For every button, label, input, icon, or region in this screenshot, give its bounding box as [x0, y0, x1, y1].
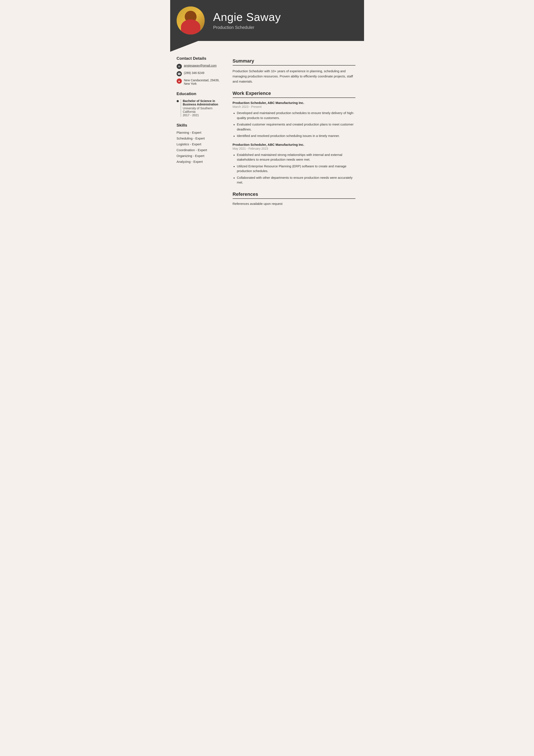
job-bullet: Utilized Enterprise Resource Planning (E… — [233, 164, 355, 174]
references-text: References available upon request — [233, 202, 355, 205]
work-experience-title: Work Experience — [233, 91, 355, 98]
skill-item: Organizing - Expert — [177, 154, 220, 158]
education-section-title: Education — [177, 92, 220, 96]
education-item: Bachelor of Science in Business Administ… — [177, 99, 220, 117]
contact-email-item: ✉ angiesaway@gmail.com — [177, 64, 220, 69]
body: Contact Details ✉ angiesaway@gmail.com ☎… — [170, 52, 364, 221]
contact-phone-item: ☎ (289) 346 8249 — [177, 71, 220, 76]
references-section: References References available upon req… — [233, 192, 355, 205]
job-bullet: Established and maintained strong relati… — [233, 152, 355, 162]
right-column: Summary Production Scheduler with 10+ ye… — [224, 52, 364, 221]
job-block-2: Production Scheduler, ABC Manufacturing … — [233, 143, 355, 185]
edu-years: 2017 - 2021 — [183, 113, 220, 117]
address-text: New Candacestad, 29439, New York — [184, 78, 220, 85]
job-bullet: Collaborated with other departments to e… — [233, 175, 355, 185]
edu-bullet-icon — [177, 100, 179, 102]
education-section: Education Bachelor of Science in Busines… — [177, 92, 220, 117]
contact-section-title: Contact Details — [177, 56, 220, 61]
skills-section-title: Skills — [177, 123, 220, 128]
job-dates-2: May 2021 - February 2023 — [233, 147, 355, 150]
job-title-2: Production Scheduler, ABC Manufacturing … — [233, 143, 355, 147]
skill-item: Coordination - Expert — [177, 148, 220, 152]
resume-page: Angie Saway Production Scheduler Contact… — [170, 0, 364, 221]
skills-section: Skills Planning - Expert Scheduling - Ex… — [177, 123, 220, 163]
chevron-shape — [170, 41, 198, 52]
job-bullets-1: Developed and maintained production sche… — [233, 111, 355, 138]
job-bullets-2: Established and maintained strong relati… — [233, 152, 355, 185]
header-info: Angie Saway Production Scheduler — [213, 11, 281, 30]
contact-section: Contact Details ✉ angiesaway@gmail.com ☎… — [177, 56, 220, 85]
chevron-divider — [170, 41, 364, 52]
skill-item: Analyzing - Expert — [177, 160, 220, 163]
location-icon: ● — [177, 78, 182, 84]
phone-icon: ☎ — [177, 71, 182, 76]
job-bullet: Identified and resolved production sched… — [233, 133, 355, 138]
job-dates-1: March 2023 - Present — [233, 105, 355, 108]
summary-section: Summary Production Scheduler with 10+ ye… — [233, 58, 355, 84]
references-title: References — [233, 192, 355, 199]
job-bullet: Evaluated customer requirements and crea… — [233, 122, 355, 132]
job-block-1: Production Scheduler, ABC Manufacturing … — [233, 101, 355, 138]
header: Angie Saway Production Scheduler — [170, 0, 364, 41]
candidate-name: Angie Saway — [213, 11, 281, 23]
skill-item: Planning - Expert — [177, 131, 220, 134]
edu-school: University of Southern California — [183, 107, 220, 113]
edu-degree: Bachelor of Science in Business Administ… — [183, 99, 220, 106]
edu-content: Bachelor of Science in Business Administ… — [181, 99, 220, 117]
candidate-title: Production Scheduler — [213, 25, 281, 30]
email-link[interactable]: angiesaway@gmail.com — [184, 64, 217, 67]
job-title-1: Production Scheduler, ABC Manufacturing … — [233, 101, 355, 105]
avatar — [177, 7, 205, 35]
job-bullet: Developed and maintained production sche… — [233, 111, 355, 120]
summary-text: Production Scheduler with 10+ years of e… — [233, 68, 355, 84]
skill-item: Scheduling - Expert — [177, 137, 220, 140]
email-icon: ✉ — [177, 64, 182, 69]
phone-text: (289) 346 8249 — [184, 71, 204, 75]
left-column: Contact Details ✉ angiesaway@gmail.com ☎… — [170, 52, 224, 221]
summary-section-title: Summary — [233, 58, 355, 66]
contact-address-item: ● New Candacestad, 29439, New York — [177, 78, 220, 85]
skill-item: Logistics - Expert — [177, 142, 220, 146]
work-experience-section: Work Experience Production Scheduler, AB… — [233, 91, 355, 185]
